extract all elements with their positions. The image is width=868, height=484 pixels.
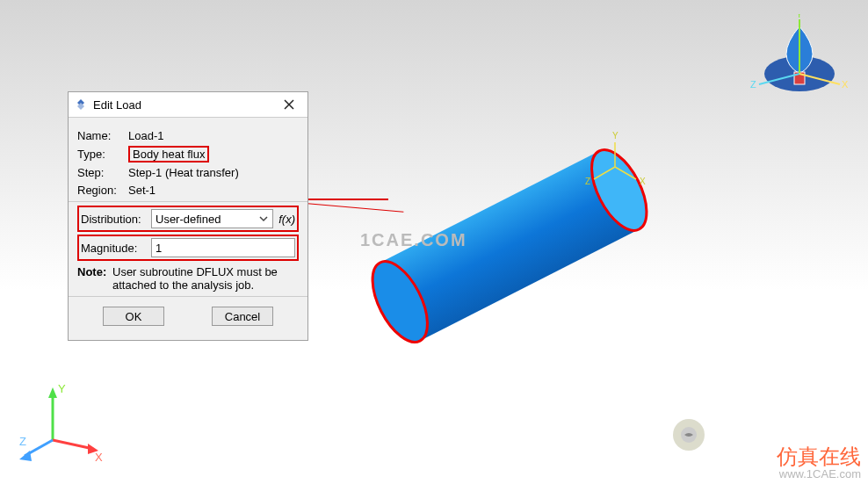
note-text: User subroutine DFLUX must be attached t… xyxy=(112,265,299,292)
step-label: Step: xyxy=(77,166,128,179)
chevron-down-icon xyxy=(257,213,271,226)
region-value: Set-1 xyxy=(128,184,156,197)
dialog-titlebar[interactable]: Edit Load xyxy=(69,92,307,118)
region-label: Region: xyxy=(77,184,128,197)
orientation-triad[interactable]: Y X Z xyxy=(747,14,852,119)
triad-z-label: Z xyxy=(19,435,26,448)
cyl-triad-z: Z xyxy=(585,177,590,186)
svg-marker-17 xyxy=(48,387,57,398)
separator-2 xyxy=(69,296,307,297)
separator xyxy=(69,201,307,202)
site-watermark-cn: 仿真在线 xyxy=(777,444,861,468)
ok-button[interactable]: OK xyxy=(103,307,164,326)
note-label: Note: xyxy=(77,265,112,292)
cyl-triad-y: Y xyxy=(612,131,618,141)
channel-avatar-icon xyxy=(673,419,705,451)
coordinate-triad[interactable]: Y X Z xyxy=(18,379,105,466)
magnitude-value: 1 xyxy=(156,242,162,255)
edit-load-dialog: Edit Load Name: Load-1 Type: Body heat f… xyxy=(68,91,308,341)
svg-line-18 xyxy=(53,440,93,449)
distribution-label: Distribution: xyxy=(81,213,151,226)
site-watermark: 仿真在线 www.1CAE.com xyxy=(777,443,861,480)
ok-label: OK xyxy=(126,310,142,323)
svg-line-7 xyxy=(615,167,636,179)
magnitude-input[interactable]: 1 xyxy=(151,238,295,257)
distribution-value: User-defined xyxy=(156,213,221,226)
dialog-title: Edit Load xyxy=(93,98,276,112)
watermark-center: 1CAE.COM xyxy=(360,230,467,250)
svg-point-2 xyxy=(581,141,658,239)
distribution-select[interactable]: User-defined xyxy=(151,209,273,228)
cyl-triad-x: X xyxy=(640,177,646,186)
triad-x-label: X xyxy=(95,451,103,464)
svg-text:Y: Y xyxy=(796,14,803,19)
svg-point-4 xyxy=(581,141,658,239)
site-watermark-en: www.1CAE.com xyxy=(777,467,861,480)
fx-button[interactable]: f(x) xyxy=(278,213,295,226)
dialog-icon xyxy=(74,98,88,112)
close-button[interactable] xyxy=(276,97,302,112)
type-label: Type: xyxy=(77,148,128,161)
cancel-button[interactable]: Cancel xyxy=(212,307,273,326)
triad-y-label: Y xyxy=(58,382,66,395)
type-value: Body heat flux xyxy=(128,146,209,163)
svg-line-6 xyxy=(594,167,615,179)
magnitude-label: Magnitude: xyxy=(81,242,151,255)
svg-text:X: X xyxy=(842,79,849,90)
name-value: Load-1 xyxy=(128,129,163,142)
step-value: Step-1 (Heat transfer) xyxy=(128,166,239,179)
svg-point-1 xyxy=(361,253,438,350)
svg-point-3 xyxy=(361,253,438,350)
cancel-label: Cancel xyxy=(225,310,260,323)
name-label: Name: xyxy=(77,129,128,142)
svg-marker-21 xyxy=(19,451,32,461)
svg-text:Z: Z xyxy=(750,79,756,90)
